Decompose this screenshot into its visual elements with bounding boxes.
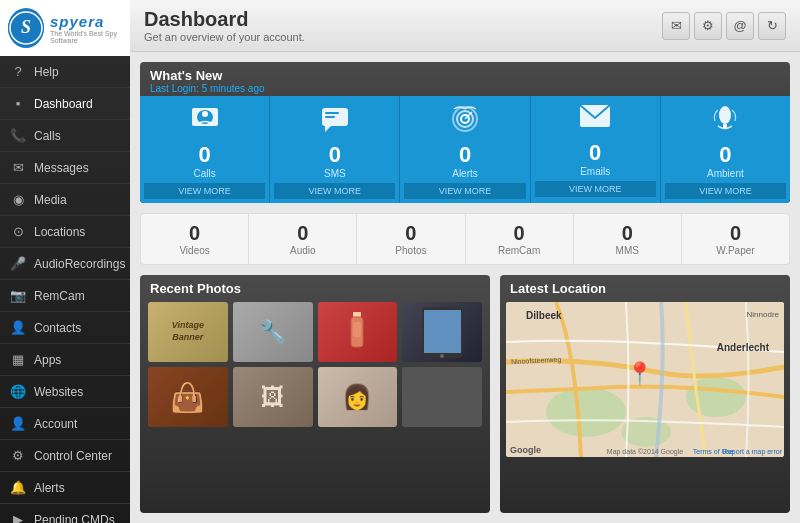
map-report-link[interactable]: Report a map error	[723, 448, 782, 455]
sidebar-label-contacts: Contacts	[34, 321, 81, 335]
svg-point-5	[202, 111, 208, 117]
videos-count: 0	[189, 222, 200, 245]
sidebar-item-apps[interactable]: ▦ Apps	[0, 344, 130, 376]
sidebar-item-account[interactable]: 👤 Account	[0, 408, 130, 440]
photo-empty	[402, 367, 482, 427]
alerts-count: 0	[459, 142, 471, 168]
svg-point-23	[546, 387, 626, 437]
photo-bag[interactable]: 👜	[148, 367, 228, 427]
sidebar-label-messages: Messages	[34, 161, 89, 175]
control-icon: ⚙	[10, 448, 26, 463]
sec-stat-videos: 0 Videos	[141, 214, 249, 264]
sms-view-more[interactable]: VIEW MORE	[274, 183, 395, 199]
photo-tablet[interactable]	[402, 302, 482, 362]
sec-stat-mms: 0 MMS	[574, 214, 682, 264]
photo-vintage[interactable]: VintageBanner	[148, 302, 228, 362]
header-left: Dashboard Get an overview of your accoun…	[144, 8, 305, 43]
sidebar-item-pendingcmds[interactable]: ▶ Pending CMDs	[0, 504, 130, 523]
sidebar-item-help[interactable]: ? Help	[0, 56, 130, 88]
sidebar-label-media: Media	[34, 193, 67, 207]
ambient-label: Ambient	[707, 168, 744, 179]
stat-alerts: 0 Alerts VIEW MORE	[400, 96, 530, 203]
photo-collage[interactable]: 🖼	[233, 367, 313, 427]
wpaper-count: 0	[730, 222, 741, 245]
sidebar-item-websites[interactable]: 🌐 Websites	[0, 376, 130, 408]
sidebar-label-alerts: Alerts	[34, 481, 65, 495]
locations-icon: ⊙	[10, 224, 26, 239]
sidebar-item-contacts[interactable]: 👤 Contacts	[0, 312, 130, 344]
sms-stat-icon	[320, 104, 350, 140]
header-icons: ✉ ⚙ @ ↻	[662, 12, 786, 40]
remcam-count: 0	[514, 222, 525, 245]
map-label-anderlecht: Anderlecht	[717, 342, 769, 353]
mms-count: 0	[622, 222, 633, 245]
pendingcmds-icon: ▶	[10, 512, 26, 523]
emails-view-more[interactable]: VIEW MORE	[535, 181, 656, 197]
sidebar-item-locations[interactable]: ⊙ Locations	[0, 216, 130, 248]
bottom-panels: Recent Photos VintageBanner 🔧 👜 🖼 👩	[140, 275, 790, 513]
latest-location-title: Latest Location	[500, 275, 790, 302]
sidebar-item-alerts[interactable]: 🔔 Alerts	[0, 472, 130, 504]
calls-label: Calls	[193, 168, 215, 179]
sidebar-item-dashboard[interactable]: ▪ Dashboard	[0, 88, 130, 120]
svg-rect-7	[325, 112, 339, 114]
sidebar-label-apps: Apps	[34, 353, 61, 367]
websites-icon: 🌐	[10, 384, 26, 399]
emails-stat-icon	[579, 104, 611, 138]
sms-label: SMS	[324, 168, 346, 179]
secondary-stats: 0 Videos 0 Audio 0 Photos 0 RemCam 0 MMS…	[140, 213, 790, 265]
sidebar-label-calls: Calls	[34, 129, 61, 143]
svg-rect-18	[353, 322, 361, 337]
photo-perfume[interactable]	[318, 302, 398, 362]
alerts-icon: 🔔	[10, 480, 26, 495]
map-label-ninnodre: Ninnodre	[747, 310, 779, 319]
user-button[interactable]: @	[726, 12, 754, 40]
calls-count: 0	[198, 142, 210, 168]
apps-icon: ▦	[10, 352, 26, 367]
header: Dashboard Get an overview of your accoun…	[130, 0, 800, 52]
logo-area: S spyera The World's Best Spy Software	[0, 0, 130, 56]
svg-rect-20	[424, 310, 461, 353]
logo-icon: S	[8, 8, 44, 48]
svg-rect-15	[723, 124, 727, 128]
photos-label: Photos	[395, 245, 426, 256]
alerts-view-more[interactable]: VIEW MORE	[404, 183, 525, 199]
email-button[interactable]: ✉	[662, 12, 690, 40]
whats-new-title: What's New	[150, 68, 780, 83]
sidebar-label-controlcenter: Control Center	[34, 449, 112, 463]
content-area: What's New Last Login: 5 minutes ago 0 C…	[130, 52, 800, 523]
audio-label: Audio	[290, 245, 316, 256]
ambient-view-more[interactable]: VIEW MORE	[665, 183, 786, 199]
svg-text:S: S	[21, 17, 31, 37]
stat-emails: 0 Emails VIEW MORE	[531, 96, 661, 203]
alerts-stat-icon	[450, 104, 480, 140]
calls-stat-icon	[190, 104, 220, 140]
dashboard-icon: ▪	[10, 96, 26, 111]
svg-rect-8	[325, 116, 335, 118]
photos-count: 0	[405, 222, 416, 245]
stat-sms: 0 SMS VIEW MORE	[270, 96, 400, 203]
sidebar-item-calls[interactable]: 📞 Calls	[0, 120, 130, 152]
remcam-icon: 📷	[10, 288, 26, 303]
gear-button[interactable]: ⚙	[694, 12, 722, 40]
calls-view-more[interactable]: VIEW MORE	[144, 183, 265, 199]
sec-stat-audio: 0 Audio	[249, 214, 357, 264]
page-title: Dashboard	[144, 8, 305, 31]
sidebar-item-remcam[interactable]: 📷 RemCam	[0, 280, 130, 312]
audio-count: 0	[297, 222, 308, 245]
sidebar-item-messages[interactable]: ✉ Messages	[0, 152, 130, 184]
sidebar-item-audiorecordings[interactable]: 🎤 AudioRecordings	[0, 248, 130, 280]
sidebar-item-media[interactable]: ◉ Media	[0, 184, 130, 216]
videos-label: Videos	[179, 245, 209, 256]
sidebar-item-controlcenter[interactable]: ⚙ Control Center	[0, 440, 130, 472]
map-label-dilbeek: Dilbeek	[526, 310, 562, 321]
sidebar-label-account: Account	[34, 417, 77, 431]
recent-photos-panel: Recent Photos VintageBanner 🔧 👜 🖼 👩	[140, 275, 490, 513]
refresh-button[interactable]: ↻	[758, 12, 786, 40]
photo-tools[interactable]: 🔧	[233, 302, 313, 362]
photo-portrait[interactable]: 👩	[318, 367, 398, 427]
emails-count: 0	[589, 140, 601, 166]
stat-ambient: 0 Ambient VIEW MORE	[661, 96, 790, 203]
logo-text-area: spyera The World's Best Spy Software	[50, 13, 122, 44]
sidebar-label-help: Help	[34, 65, 59, 79]
